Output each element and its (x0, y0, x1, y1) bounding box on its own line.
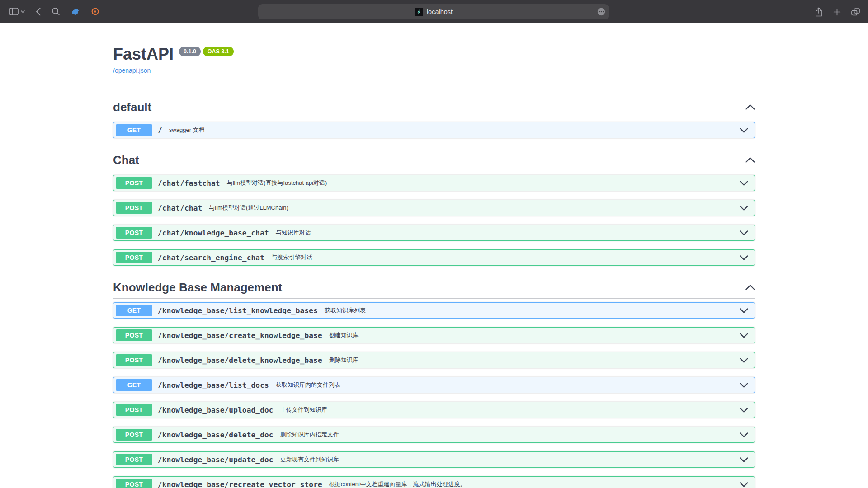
swagger-page: FastAPI0.1.0OAS 3.1 /openapi.json defaul… (0, 23, 868, 488)
swagger-container: FastAPI0.1.0OAS 3.1 /openapi.json defaul… (113, 23, 755, 488)
page-settings-icon[interactable] (597, 8, 605, 16)
tab-overview-button[interactable] (850, 7, 861, 17)
search-button[interactable] (51, 6, 61, 17)
api-title-text: FastAPI (113, 45, 174, 63)
new-tab-button[interactable] (832, 7, 842, 17)
api-sections: default GET / swagger 文档 Chat POST /chat… (113, 85, 755, 488)
section-title: Knowledge Base Management (113, 280, 282, 295)
chevron-down-icon[interactable] (740, 457, 748, 462)
chevron-down-icon[interactable] (740, 383, 748, 388)
operation-description: 上传文件到知识库 (280, 406, 327, 414)
section-header[interactable]: Chat (113, 153, 755, 171)
chevron-down-icon[interactable] (740, 206, 748, 211)
ring-dot-icon (91, 7, 99, 16)
operation-description: 与llm模型对话(通过LLMChain) (209, 204, 288, 212)
operation-path: /knowledge_base/delete_knowledge_base (158, 356, 322, 365)
operation-row[interactable]: POST /knowledge_base/recreate_vector_sto… (113, 476, 755, 488)
method-badge: POST (116, 252, 152, 263)
operation-path: /knowledge_base/list_knowledge_bases (158, 306, 318, 315)
operation-path: /knowledge_base/upload_doc (158, 406, 274, 414)
share-icon (815, 7, 823, 17)
toolbar-right-group (814, 0, 861, 23)
pinned-tab-ring[interactable] (90, 6, 100, 17)
operation-description: 与llm模型对话(直接与fastchat api对话) (227, 179, 327, 187)
method-badge: POST (116, 479, 152, 488)
fastapi-favicon-icon (415, 8, 423, 16)
method-badge: POST (116, 177, 152, 189)
chevron-down-icon[interactable] (740, 181, 748, 186)
chevron-down-icon[interactable] (740, 255, 748, 260)
search-icon (52, 7, 60, 16)
chevron-up-icon[interactable] (745, 285, 755, 290)
address-bar[interactable]: localhost (258, 4, 609, 19)
chevron-down-icon[interactable] (740, 358, 748, 363)
tab-overview-icon (851, 8, 860, 16)
chevron-down-icon[interactable] (740, 333, 748, 338)
api-tag-section: Knowledge Base Management GET /knowledge… (113, 266, 755, 488)
method-badge: GET (116, 124, 152, 136)
api-tag-section: Chat POST /chat/fastchat 与llm模型对话(直接与fas… (113, 138, 755, 266)
operation-path: /knowledge_base/list_docs (158, 381, 269, 389)
chevron-down-icon[interactable] (740, 230, 748, 235)
share-button[interactable] (814, 6, 824, 18)
chevron-down-icon[interactable] (740, 482, 748, 487)
section-operations: GET /knowledge_base/list_knowledge_bases… (113, 302, 755, 488)
section-operations: POST /chat/fastchat 与llm模型对话(直接与fastchat… (113, 175, 755, 266)
operation-row[interactable]: POST /chat/search_engine_chat 与搜索引擎对话 (113, 249, 755, 266)
operation-description: 与知识库对话 (276, 229, 311, 237)
operation-description: 删除知识库内指定文件 (280, 431, 339, 439)
operation-path: / (158, 126, 162, 135)
section-header[interactable]: default (113, 100, 755, 118)
chevron-down-icon (21, 10, 25, 13)
toolbar-left-group (0, 6, 100, 17)
operation-path: /knowledge_base/delete_doc (158, 431, 274, 439)
method-badge: POST (116, 429, 152, 441)
section-title: default (113, 100, 151, 114)
operation-description: 获取知识库内的文件列表 (276, 381, 340, 389)
operation-description: 更新现有文件到知识库 (280, 455, 339, 464)
browser-toolbar: localhost (0, 0, 868, 23)
section-header[interactable]: Knowledge Base Management (113, 280, 755, 299)
operation-description: 与搜索引擎对话 (271, 253, 312, 262)
plus-icon (833, 8, 841, 16)
operation-row[interactable]: POST /chat/knowledge_base_chat 与知识库对话 (113, 225, 755, 241)
operation-row[interactable]: POST /knowledge_base/delete_doc 删除知识库内指定… (113, 427, 755, 443)
back-button[interactable] (35, 7, 42, 17)
method-badge: POST (116, 454, 152, 465)
page-title: FastAPI0.1.0OAS 3.1 (113, 44, 755, 64)
operation-path: /chat/knowledge_base_chat (158, 229, 269, 237)
sidebar-toggle-icon (9, 8, 19, 15)
pinned-tab-bird[interactable] (70, 7, 81, 17)
method-badge: GET (116, 305, 152, 316)
version-badge: 0.1.0 (179, 47, 201, 56)
operation-row[interactable]: POST /knowledge_base/upload_doc 上传文件到知识库 (113, 402, 755, 418)
url-text: localhost (427, 8, 453, 15)
method-badge: POST (116, 202, 152, 214)
operation-row[interactable]: POST /knowledge_base/delete_knowledge_ba… (113, 352, 755, 368)
operation-row[interactable]: POST /knowledge_base/update_doc 更新现有文件到知… (113, 451, 755, 468)
operation-row[interactable]: POST /chat/chat 与llm模型对话(通过LLMChain) (113, 200, 755, 216)
sidebar-toggle-button[interactable] (8, 7, 26, 16)
chevron-down-icon[interactable] (740, 408, 748, 413)
operation-row[interactable]: GET /knowledge_base/list_knowledge_bases… (113, 302, 755, 319)
operation-description: 获取知识库列表 (325, 306, 366, 314)
operation-row[interactable]: GET /knowledge_base/list_docs 获取知识库内的文件列… (113, 377, 755, 393)
operation-row[interactable]: POST /chat/fastchat 与llm模型对话(直接与fastchat… (113, 175, 755, 191)
method-badge: POST (116, 404, 152, 416)
api-info: FastAPI0.1.0OAS 3.1 /openapi.json (113, 44, 755, 75)
chevron-down-icon[interactable] (740, 432, 748, 437)
operation-row[interactable]: GET / swagger 文档 (113, 122, 755, 138)
operation-path: /chat/chat (158, 204, 202, 212)
openapi-json-link[interactable]: /openapi.json (113, 67, 151, 75)
section-title: Chat (113, 153, 139, 167)
api-tag-section: default GET / swagger 文档 (113, 85, 755, 138)
chevron-up-icon[interactable] (745, 104, 755, 110)
chevron-down-icon[interactable] (740, 308, 748, 313)
operation-description: swagger 文档 (169, 126, 205, 134)
back-chevron-icon (36, 8, 41, 16)
operation-row[interactable]: POST /knowledge_base/create_knowledge_ba… (113, 327, 755, 343)
chevron-down-icon[interactable] (740, 128, 748, 133)
operation-path: /knowledge_base/update_doc (158, 455, 274, 464)
operation-path: /chat/fastchat (158, 179, 220, 188)
chevron-up-icon[interactable] (745, 157, 755, 163)
